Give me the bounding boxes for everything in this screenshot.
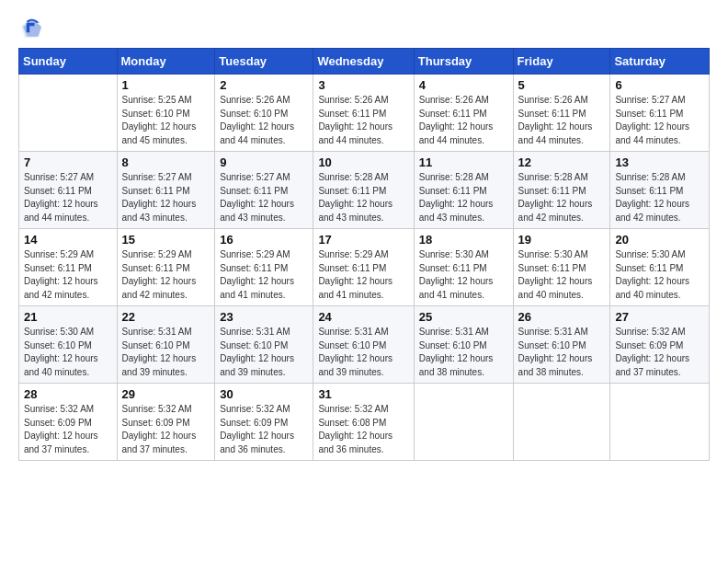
header — [18, 15, 710, 40]
day-info: Sunrise: 5:32 AM Sunset: 6:08 PM Dayligh… — [318, 403, 408, 456]
calendar-cell: 28Sunrise: 5:32 AM Sunset: 6:09 PM Dayli… — [19, 384, 118, 461]
calendar-cell: 24Sunrise: 5:31 AM Sunset: 6:10 PM Dayli… — [313, 306, 414, 384]
day-info: Sunrise: 5:29 AM Sunset: 6:11 PM Dayligh… — [318, 248, 408, 302]
calendar-cell: 29Sunrise: 5:32 AM Sunset: 6:09 PM Dayli… — [117, 384, 215, 461]
calendar-cell: 4Sunrise: 5:26 AM Sunset: 6:11 PM Daylig… — [414, 75, 513, 152]
calendar-week-row: 1Sunrise: 5:25 AM Sunset: 6:10 PM Daylig… — [19, 75, 710, 152]
day-info: Sunrise: 5:28 AM Sunset: 6:11 PM Dayligh… — [318, 171, 408, 224]
calendar-cell: 14Sunrise: 5:29 AM Sunset: 6:11 PM Dayli… — [19, 229, 118, 306]
calendar-cell: 31Sunrise: 5:32 AM Sunset: 6:08 PM Dayli… — [313, 384, 414, 461]
calendar-cell — [19, 75, 118, 152]
day-number: 4 — [419, 78, 508, 92]
calendar-cell: 1Sunrise: 5:25 AM Sunset: 6:10 PM Daylig… — [117, 75, 215, 152]
calendar-cell: 7Sunrise: 5:27 AM Sunset: 6:11 PM Daylig… — [19, 152, 118, 229]
day-info: Sunrise: 5:30 AM Sunset: 6:11 PM Dayligh… — [518, 248, 606, 302]
day-info: Sunrise: 5:27 AM Sunset: 6:11 PM Dayligh… — [122, 171, 210, 224]
calendar-cell: 13Sunrise: 5:28 AM Sunset: 6:11 PM Dayli… — [610, 152, 710, 229]
day-number: 12 — [518, 155, 606, 169]
day-number: 24 — [318, 310, 408, 324]
day-info: Sunrise: 5:27 AM Sunset: 6:11 PM Dayligh… — [220, 171, 308, 224]
day-info: Sunrise: 5:30 AM Sunset: 6:10 PM Dayligh… — [24, 326, 112, 379]
day-number: 6 — [615, 78, 704, 92]
day-info: Sunrise: 5:25 AM Sunset: 6:10 PM Dayligh… — [122, 94, 210, 147]
day-info: Sunrise: 5:32 AM Sunset: 6:09 PM Dayligh… — [24, 403, 112, 456]
calendar-cell: 26Sunrise: 5:31 AM Sunset: 6:10 PM Dayli… — [513, 306, 610, 384]
day-info: Sunrise: 5:32 AM Sunset: 6:09 PM Dayligh… — [220, 403, 308, 456]
calendar-table: Sunday Monday Tuesday Wednesday Thursday… — [18, 48, 710, 461]
calendar-cell: 30Sunrise: 5:32 AM Sunset: 6:09 PM Dayli… — [215, 384, 313, 461]
day-info: Sunrise: 5:31 AM Sunset: 6:10 PM Dayligh… — [318, 326, 408, 379]
calendar-cell: 23Sunrise: 5:31 AM Sunset: 6:10 PM Dayli… — [215, 306, 313, 384]
logo — [18, 15, 48, 40]
day-number: 10 — [318, 155, 408, 169]
day-number: 26 — [518, 310, 606, 324]
day-info: Sunrise: 5:27 AM Sunset: 6:11 PM Dayligh… — [615, 94, 704, 147]
calendar-week-row: 28Sunrise: 5:32 AM Sunset: 6:09 PM Dayli… — [19, 384, 710, 461]
day-number: 2 — [220, 78, 308, 92]
col-sunday: Sunday — [19, 49, 118, 75]
day-number: 14 — [24, 233, 112, 247]
col-monday: Monday — [117, 49, 215, 75]
day-number: 27 — [615, 310, 704, 324]
day-info: Sunrise: 5:27 AM Sunset: 6:11 PM Dayligh… — [24, 171, 112, 224]
day-info: Sunrise: 5:31 AM Sunset: 6:10 PM Dayligh… — [122, 326, 210, 379]
day-number: 31 — [318, 387, 408, 401]
day-info: Sunrise: 5:29 AM Sunset: 6:11 PM Dayligh… — [220, 248, 308, 302]
day-number: 19 — [518, 233, 606, 247]
calendar-week-row: 7Sunrise: 5:27 AM Sunset: 6:11 PM Daylig… — [19, 152, 710, 229]
page: Sunday Monday Tuesday Wednesday Thursday… — [0, 0, 728, 563]
day-number: 9 — [220, 155, 308, 169]
calendar-cell: 17Sunrise: 5:29 AM Sunset: 6:11 PM Dayli… — [313, 229, 414, 306]
day-info: Sunrise: 5:31 AM Sunset: 6:10 PM Dayligh… — [220, 326, 308, 379]
calendar-cell: 6Sunrise: 5:27 AM Sunset: 6:11 PM Daylig… — [610, 75, 710, 152]
calendar-week-row: 14Sunrise: 5:29 AM Sunset: 6:11 PM Dayli… — [19, 229, 710, 306]
calendar-cell: 3Sunrise: 5:26 AM Sunset: 6:11 PM Daylig… — [313, 75, 414, 152]
day-info: Sunrise: 5:26 AM Sunset: 6:11 PM Dayligh… — [318, 94, 408, 147]
day-number: 18 — [419, 233, 508, 247]
calendar-cell: 8Sunrise: 5:27 AM Sunset: 6:11 PM Daylig… — [117, 152, 215, 229]
calendar-cell: 21Sunrise: 5:30 AM Sunset: 6:10 PM Dayli… — [19, 306, 118, 384]
day-number: 5 — [518, 78, 606, 92]
day-info: Sunrise: 5:28 AM Sunset: 6:11 PM Dayligh… — [518, 171, 606, 224]
day-number: 17 — [318, 233, 408, 247]
day-number: 20 — [615, 233, 704, 247]
col-tuesday: Tuesday — [215, 49, 313, 75]
day-number: 7 — [24, 155, 112, 169]
calendar-cell: 16Sunrise: 5:29 AM Sunset: 6:11 PM Dayli… — [215, 229, 313, 306]
day-info: Sunrise: 5:32 AM Sunset: 6:09 PM Dayligh… — [122, 403, 210, 456]
day-number: 16 — [220, 233, 308, 247]
calendar-cell — [610, 384, 710, 461]
col-friday: Friday — [513, 49, 610, 75]
col-saturday: Saturday — [610, 49, 710, 75]
day-info: Sunrise: 5:30 AM Sunset: 6:11 PM Dayligh… — [615, 248, 704, 302]
day-number: 28 — [24, 387, 112, 401]
day-info: Sunrise: 5:31 AM Sunset: 6:10 PM Dayligh… — [518, 326, 606, 379]
calendar-cell: 20Sunrise: 5:30 AM Sunset: 6:11 PM Dayli… — [610, 229, 710, 306]
calendar-cell: 22Sunrise: 5:31 AM Sunset: 6:10 PM Dayli… — [117, 306, 215, 384]
day-number: 11 — [419, 155, 508, 169]
day-number: 1 — [122, 78, 210, 92]
col-wednesday: Wednesday — [313, 49, 414, 75]
calendar-cell: 27Sunrise: 5:32 AM Sunset: 6:09 PM Dayli… — [610, 306, 710, 384]
calendar-header-row: Sunday Monday Tuesday Wednesday Thursday… — [19, 49, 710, 75]
day-info: Sunrise: 5:28 AM Sunset: 6:11 PM Dayligh… — [419, 171, 508, 224]
calendar-week-row: 21Sunrise: 5:30 AM Sunset: 6:10 PM Dayli… — [19, 306, 710, 384]
calendar-cell: 9Sunrise: 5:27 AM Sunset: 6:11 PM Daylig… — [215, 152, 313, 229]
day-info: Sunrise: 5:32 AM Sunset: 6:09 PM Dayligh… — [615, 326, 704, 379]
calendar-cell: 10Sunrise: 5:28 AM Sunset: 6:11 PM Dayli… — [313, 152, 414, 229]
day-info: Sunrise: 5:29 AM Sunset: 6:11 PM Dayligh… — [24, 248, 112, 302]
col-thursday: Thursday — [414, 49, 513, 75]
calendar-cell: 19Sunrise: 5:30 AM Sunset: 6:11 PM Dayli… — [513, 229, 610, 306]
calendar-cell: 2Sunrise: 5:26 AM Sunset: 6:10 PM Daylig… — [215, 75, 313, 152]
logo-icon — [18, 15, 44, 40]
calendar-cell: 18Sunrise: 5:30 AM Sunset: 6:11 PM Dayli… — [414, 229, 513, 306]
day-info: Sunrise: 5:31 AM Sunset: 6:10 PM Dayligh… — [419, 326, 508, 379]
day-number: 3 — [318, 78, 408, 92]
calendar-cell: 15Sunrise: 5:29 AM Sunset: 6:11 PM Dayli… — [117, 229, 215, 306]
calendar-cell — [513, 384, 610, 461]
calendar-cell: 11Sunrise: 5:28 AM Sunset: 6:11 PM Dayli… — [414, 152, 513, 229]
calendar-cell — [414, 384, 513, 461]
day-number: 23 — [220, 310, 308, 324]
calendar-cell: 25Sunrise: 5:31 AM Sunset: 6:10 PM Dayli… — [414, 306, 513, 384]
day-info: Sunrise: 5:26 AM Sunset: 6:11 PM Dayligh… — [419, 94, 508, 147]
